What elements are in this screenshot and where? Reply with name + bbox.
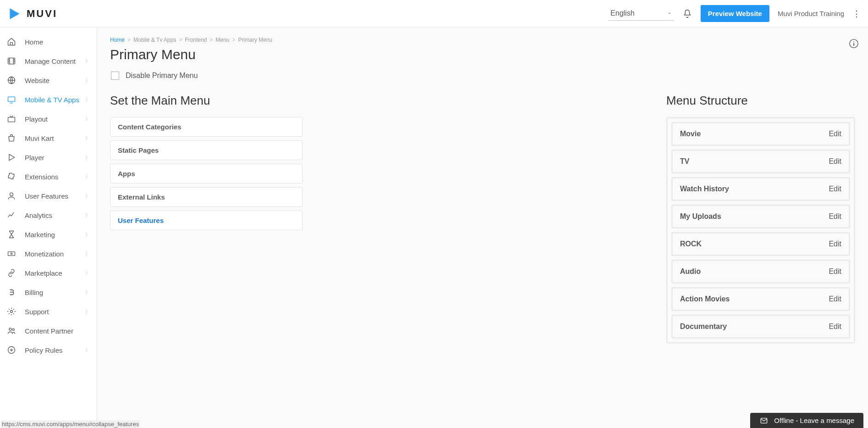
chevron-right-icon: 〉 (85, 193, 90, 200)
bag-icon (6, 133, 17, 143)
globe-icon (6, 75, 17, 85)
sidebar-item-label: Muvi Kart (25, 134, 54, 142)
chevron-right-icon: 〉 (85, 116, 90, 122)
edit-link[interactable]: Edit (829, 157, 841, 166)
notification-bell-icon[interactable] (682, 9, 692, 19)
preview-website-button[interactable]: Preview Website (701, 5, 769, 22)
menu-structure-item-label: TV (680, 157, 689, 166)
chevron-right-icon: 〉 (85, 58, 90, 65)
sidebar-item-label: Manage Content (25, 57, 76, 65)
chevron-right-icon: 〉 (85, 212, 90, 219)
monitor-icon (6, 94, 17, 105)
menu-structure-item[interactable]: TVEdit (671, 150, 850, 173)
hourglass-icon (6, 229, 17, 239)
sidebar-item-label: Analytics (25, 211, 52, 219)
edit-link[interactable]: Edit (829, 267, 841, 276)
menu-structure-item[interactable]: Action MoviesEdit (671, 287, 850, 311)
edit-link[interactable]: Edit (829, 185, 841, 193)
sidebar-item-billing[interactable]: Billing 〉 (0, 283, 97, 302)
menu-structure-item-label: Audio (680, 267, 701, 276)
brand-logo[interactable]: MUVI (7, 6, 57, 21)
sidebar-item-playout[interactable]: Playout 〉 (0, 109, 97, 128)
language-select[interactable]: English (608, 6, 674, 21)
info-icon[interactable] (849, 39, 859, 49)
edit-link[interactable]: Edit (829, 295, 841, 303)
disable-primary-menu-checkbox[interactable] (111, 72, 119, 80)
menu-structure-item[interactable]: DocumentaryEdit (671, 315, 850, 339)
user-icon (6, 191, 17, 201)
film-icon (6, 56, 17, 66)
page-title: Primary Menu (110, 47, 855, 62)
sidebar-item-label: Monetization (25, 250, 64, 258)
accordion-external-links[interactable]: External Links (110, 187, 303, 207)
breadcrumb-part: Frontend (185, 37, 207, 43)
sidebar-item-user-features[interactable]: User Features 〉 (0, 186, 97, 206)
chevron-right-icon: 〉 (85, 135, 90, 142)
svg-rect-13 (853, 43, 854, 46)
sidebar-item-website[interactable]: Website 〉 (0, 71, 97, 90)
chevron-right-icon: 〉 (85, 96, 90, 103)
breadcrumb-separator: > (127, 37, 131, 43)
menu-structure-item-label: Movie (680, 130, 701, 138)
bitcoin-icon (6, 287, 17, 297)
sidebar-item-home[interactable]: Home (0, 32, 97, 51)
edit-link[interactable]: Edit (829, 322, 841, 331)
menu-structure-item[interactable]: ROCKEdit (671, 232, 850, 256)
tv-icon (6, 114, 17, 124)
sidebar: Home Manage Content 〉 Website 〉 Mobile &… (0, 28, 97, 428)
menu-structure-list: MovieEditTVEditWatch HistoryEditMy Uploa… (666, 117, 855, 344)
menu-structure-item-label: Action Movies (680, 295, 730, 303)
sidebar-item-label: Content Partner (25, 327, 73, 335)
accordion-content-categories[interactable]: Content Categories (110, 117, 303, 137)
menu-structure-item[interactable]: My UploadsEdit (671, 205, 850, 228)
user-account-label[interactable]: Muvi Product Training (778, 10, 844, 17)
disable-primary-menu-label: Disable Primary Menu (126, 72, 198, 80)
puzzle-icon (6, 172, 17, 182)
sidebar-item-support[interactable]: Support 〉 (0, 302, 97, 321)
sidebar-item-label: Marketing (25, 231, 55, 239)
sidebar-item-label: Policy Rules (25, 346, 63, 354)
chevron-right-icon: 〉 (85, 173, 90, 180)
sidebar-item-monetization[interactable]: Monetization 〉 (0, 244, 97, 263)
menu-structure-item[interactable]: MovieEdit (671, 122, 850, 146)
sidebar-item-policy-rules[interactable]: Policy Rules 〉 (0, 340, 97, 360)
accordion-apps[interactable]: Apps (110, 164, 303, 183)
partner-icon (6, 326, 17, 336)
svg-rect-0 (8, 58, 15, 64)
sidebar-item-mobile-tv-apps[interactable]: Mobile & TV Apps 〉 (0, 90, 97, 109)
breadcrumb-separator: > (210, 37, 213, 43)
sidebar-item-label: Extensions (25, 173, 58, 181)
chevron-right-icon: 〉 (85, 250, 90, 257)
sidebar-item-extensions[interactable]: Extensions 〉 (0, 167, 97, 186)
chat-widget[interactable]: Offline - Leave a message (750, 413, 863, 428)
sidebar-item-muvi-kart[interactable]: Muvi Kart 〉 (0, 128, 97, 148)
edit-link[interactable]: Edit (829, 240, 841, 248)
edit-link[interactable]: Edit (829, 130, 841, 138)
brand-text: MUVI (27, 8, 57, 20)
gear-icon (6, 306, 17, 317)
sidebar-item-player[interactable]: Player 〉 (0, 148, 97, 167)
breadcrumb-home[interactable]: Home (110, 37, 125, 43)
breadcrumb-part: Menu (216, 37, 229, 43)
money-icon (6, 249, 17, 259)
set-main-menu-heading: Set the Main Menu (110, 94, 303, 108)
sidebar-item-content-partner[interactable]: Content Partner (0, 321, 97, 340)
svg-rect-3 (8, 117, 15, 122)
sidebar-item-marketplace[interactable]: Marketplace 〉 (0, 263, 97, 283)
breadcrumb: Home>Mobile & Tv Apps>Frontend>Menu>Prim… (110, 37, 855, 43)
accordion-user-features[interactable]: User Features (110, 211, 303, 230)
svg-point-7 (11, 311, 13, 313)
sidebar-item-marketing[interactable]: Marketing 〉 (0, 225, 97, 244)
menu-structure-item[interactable]: Watch HistoryEdit (671, 177, 850, 201)
sidebar-item-analytics[interactable]: Analytics 〉 (0, 206, 97, 225)
accordion-static-pages[interactable]: Static Pages (110, 140, 303, 160)
sidebar-item-label: Mobile & TV Apps (25, 96, 79, 104)
menu-structure-item[interactable]: AudioEdit (671, 260, 850, 283)
sidebar-item-manage-content[interactable]: Manage Content 〉 (0, 51, 97, 71)
menu-structure-item-label: Documentary (680, 322, 727, 331)
edit-link[interactable]: Edit (829, 212, 841, 221)
menu-structure-item-label: My Uploads (680, 212, 721, 221)
menu-structure-item-label: Watch History (680, 185, 729, 193)
more-menu-icon[interactable]: ⋮ (852, 9, 861, 19)
chevron-right-icon: 〉 (85, 347, 90, 354)
